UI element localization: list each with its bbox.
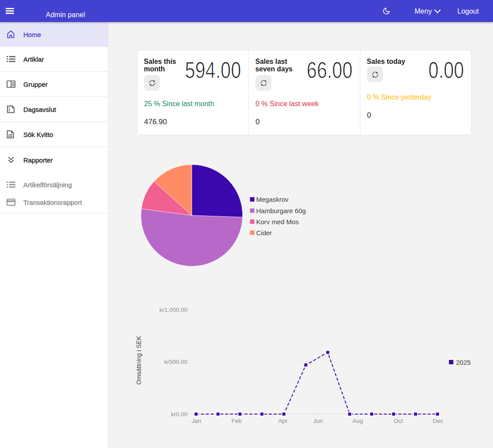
- svg-text:kr1,000.00: kr1,000.00: [159, 307, 188, 313]
- svg-text:Hamburgare 60g: Hamburgare 60g: [256, 207, 306, 215]
- svg-text:kr500.00: kr500.00: [164, 359, 188, 365]
- svg-text:kr0.00: kr0.00: [171, 411, 188, 418]
- svg-text:2025: 2025: [456, 359, 471, 366]
- svg-text:Megaskrov: Megaskrov: [256, 196, 289, 203]
- svg-text:Oct: Oct: [393, 418, 403, 424]
- svg-text:Apr: Apr: [278, 418, 288, 424]
- svg-text:Aug: Aug: [352, 418, 363, 424]
- svg-text:Jun: Jun: [313, 418, 323, 424]
- svg-text:Dec: Dec: [433, 418, 443, 424]
- svg-text:Feb: Feb: [231, 418, 241, 424]
- svg-text:Cider: Cider: [256, 229, 272, 237]
- svg-text:Jan: Jan: [192, 418, 201, 424]
- svg-text:Omsättning i SEK: Omsättning i SEK: [135, 336, 142, 385]
- svg-text:Korv med Mos: Korv med Mos: [256, 218, 299, 226]
